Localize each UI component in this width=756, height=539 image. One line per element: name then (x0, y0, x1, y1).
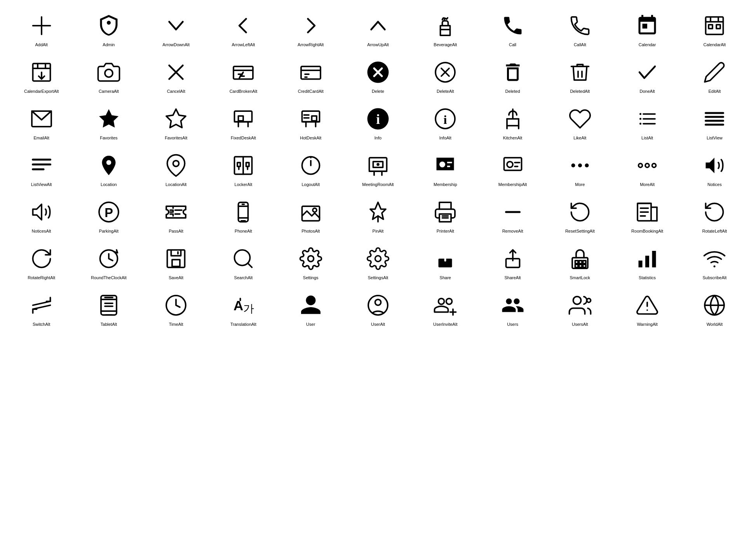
emailalt-label: EmailAlt (33, 136, 49, 141)
icon-cell-favorites: Favorites (75, 101, 142, 144)
switchalt-icon (28, 292, 55, 319)
svg-rect-105 (239, 202, 248, 222)
cardbrokenalt-icon (230, 59, 257, 86)
icon-cell-deleted: Deleted (479, 54, 546, 97)
call-icon (499, 12, 526, 39)
tabletalt-icon (95, 292, 122, 319)
meetingroomalt-label: MeetingRoomAlt (362, 182, 394, 187)
icon-cell-noticesalt: NoticesAlt (8, 194, 75, 237)
noticesalt-icon (28, 198, 55, 226)
worldalt-label: WorldAlt (707, 322, 723, 327)
hotdeskalt-icon (297, 105, 324, 132)
rotaterightalt-label: RotateRightAlt (28, 275, 55, 280)
editalt-icon (701, 59, 728, 86)
svg-text:A: A (233, 297, 243, 313)
lockeralt-icon (230, 152, 257, 179)
pinalt-label: PinAlt (373, 229, 384, 234)
icon-cell-call: Call (479, 8, 546, 50)
searchalt-icon (230, 245, 257, 272)
location-label: Location (101, 182, 117, 187)
favorites-label: Favorites (100, 136, 117, 141)
settingsalt-icon (364, 245, 392, 272)
pinalt-icon (364, 198, 392, 226)
icon-cell-userinvitealt: UserInviteAlt (412, 287, 479, 330)
cameraalt-label: CameraAlt (99, 89, 119, 94)
arrowrightalt-icon (297, 12, 324, 39)
icon-cell-deletealt: DeleteAlt (412, 54, 479, 97)
icon-cell-savealt: SaveAlt (143, 241, 210, 283)
infoalt-icon: i (432, 105, 459, 132)
removealt-icon (499, 198, 526, 226)
infoalt-label: InfoAlt (439, 136, 451, 141)
listalt-label: ListAlt (641, 136, 653, 141)
photosalt-label: PhotosAlt (301, 229, 320, 234)
icon-cell-cameraalt: CameraAlt (75, 54, 142, 97)
editalt-label: EditAlt (708, 89, 721, 94)
noticesalt-label: NoticesAlt (32, 229, 51, 234)
icon-cell-phonealt: PhoneAlt (210, 194, 277, 237)
icon-cell-hotdeskalt: HotDeskAlt (277, 101, 344, 144)
roundtheclockalt-label: RoundTheClockAlt (91, 275, 127, 280)
icon-cell-kitchenalt: KitchenAlt (479, 101, 546, 144)
warningalt-label: WarningAlt (637, 322, 657, 327)
svg-rect-143 (639, 261, 643, 268)
icon-cell-editalt: EditAlt (681, 54, 748, 97)
icon-grid: AddAlt Admin ArrowDownAlt ArrowLeftAlt (8, 8, 748, 330)
deletedalt-label: DeletedAlt (570, 89, 590, 94)
users-icon (499, 292, 526, 319)
icon-cell-roundtheclockalt: RoundTheClockAlt (75, 241, 142, 283)
arrowrightalt-label: ArrowRightAlt (298, 42, 324, 47)
sharealt-icon (499, 245, 526, 272)
locationalt-icon (162, 152, 190, 179)
icon-cell-delete: Delete (344, 54, 411, 97)
icon-cell-timealt: TimeAlt (143, 287, 210, 330)
resetsettingalt-icon (566, 198, 594, 226)
icon-cell-logoutalt: LogoutAlt (277, 148, 344, 190)
svg-point-161 (375, 299, 381, 305)
icon-cell-emailalt: EmailAlt (8, 101, 75, 144)
roombookingalt-label: RoomBookingAlt (631, 229, 663, 234)
statistics-icon (634, 245, 661, 272)
icon-cell-share: Share (412, 241, 479, 283)
call-label: Call (509, 42, 516, 47)
svg-point-55 (639, 118, 641, 120)
icon-cell-infoalt: i InfoAlt (412, 101, 479, 144)
removealt-label: RemoveAlt (502, 229, 523, 234)
more-icon (566, 152, 594, 179)
svg-point-132 (375, 256, 381, 261)
icon-cell-cancelalt: CancelAlt (143, 54, 210, 97)
info-label: Info (375, 136, 381, 141)
statistics-label: Statistics (639, 275, 656, 280)
morealt-icon (634, 152, 661, 179)
icon-cell-warningalt: WarningAlt (613, 287, 681, 330)
membershipalt-label: MembershipAlt (498, 182, 527, 187)
svg-line-130 (248, 263, 252, 267)
lockeralt-label: LockerAlt (235, 182, 253, 187)
svg-point-67 (173, 160, 179, 166)
translationalt-label: TranslationAlt (230, 322, 256, 327)
icon-cell-deletedalt: DeletedAlt (546, 54, 613, 97)
fixeddeskalt-label: FixedDeskAlt (231, 136, 256, 141)
deletealt-icon (432, 59, 459, 86)
settings-label: Settings (303, 275, 319, 280)
icon-cell-callalt: CallAlt (546, 8, 613, 50)
admin-icon (95, 12, 122, 39)
savealt-icon (162, 245, 190, 272)
icon-cell-lockeralt: LockerAlt (210, 148, 277, 190)
translationalt-icon: A 가 (230, 292, 257, 319)
svg-rect-141 (579, 264, 582, 268)
icon-cell-removealt: RemoveAlt (479, 194, 546, 237)
arrowleftalt-label: ArrowLeftAlt (232, 42, 255, 47)
icon-cell-meetingroomalt: MeetingRoomAlt (344, 148, 411, 190)
cancelalt-icon (162, 59, 190, 86)
svg-marker-31 (99, 109, 118, 128)
printeralt-icon (432, 198, 459, 226)
favoritesalt-label: FavoritesAlt (165, 136, 187, 141)
icon-cell-beveragealt: BeverageAlt (412, 8, 479, 50)
svg-marker-95 (706, 158, 715, 173)
addalt-label: AddAlt (35, 42, 47, 47)
passalt-label: PassAlt (169, 229, 183, 234)
svg-rect-140 (575, 264, 578, 268)
icon-cell-cardbrokenalt: CardBrokenAlt (210, 54, 277, 97)
icon-cell-calendaralt: CalendarAlt (681, 8, 748, 50)
